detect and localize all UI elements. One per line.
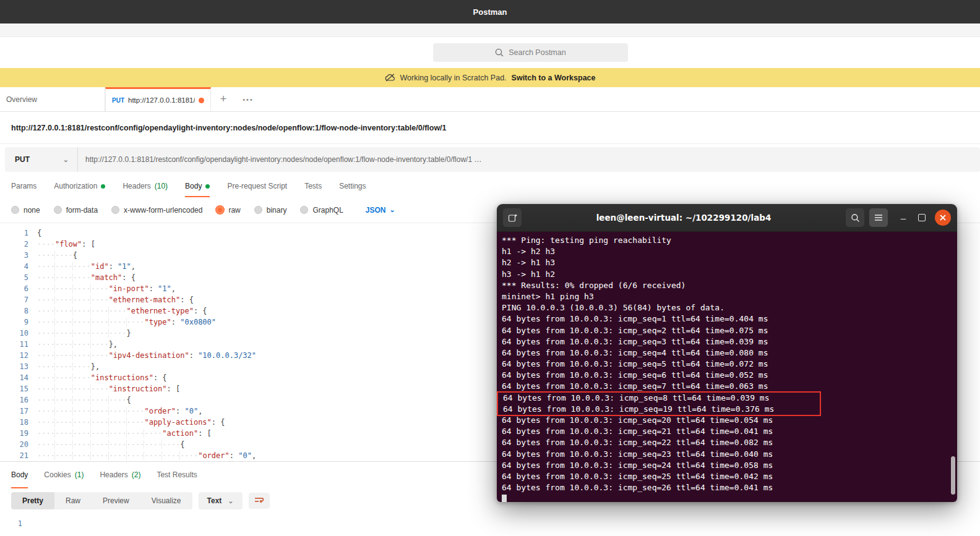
terminal-scrollbar[interactable] [951, 456, 955, 495]
tab-label: Cookies [44, 470, 71, 479]
code-token: "type" [144, 318, 171, 326]
code-token: "0" [184, 407, 198, 415]
line-number: 3 [0, 250, 37, 261]
code-token: , [198, 407, 202, 415]
code-token: "apply-actions" [144, 418, 211, 427]
terminal-search-button[interactable] [846, 208, 864, 227]
tab-request-active[interactable]: PUT http://127.0.0.1:8181/re: [105, 87, 211, 111]
request-tab-tests[interactable]: Tests [304, 176, 322, 197]
indent-guide: ···· [90, 396, 109, 404]
new-tab-button[interactable] [503, 208, 522, 227]
tab-label: Headers [100, 470, 127, 479]
terminal-line: 64 bytes from 10.0.0.3: icmp_seq=1 ttl=6… [502, 313, 952, 325]
request-tab-params[interactable]: Params [11, 176, 37, 197]
line-number: 16 [0, 394, 37, 406]
indent-guide: ···· [54, 451, 73, 460]
new-tab-icon [508, 213, 517, 223]
view-visualize[interactable]: Visualize [140, 492, 192, 509]
minimize-button[interactable]: – [894, 208, 913, 227]
code-text: ············"id": "1", [37, 262, 135, 271]
terminal-titlebar[interactable]: leen@leen-virtual: ~/102299120/lab4 – [497, 204, 957, 232]
indent-guide: ···· [72, 396, 91, 404]
request-tab-authorization[interactable]: Authorization [54, 176, 105, 197]
banner-text: Working locally in Scratch Pad. [400, 74, 507, 82]
line-number: 12 [0, 350, 37, 361]
search-input[interactable]: Search Postman [433, 43, 628, 62]
indent-guide: ···· [90, 329, 109, 338]
code-token: : [ [198, 429, 212, 438]
tab-count-badge: (2) [132, 470, 141, 479]
terminal-body[interactable]: *** Ping: testing ping reachabilityh1 ->… [497, 232, 957, 502]
code-text: ····················"ethernet-type": { [37, 307, 207, 315]
url-input[interactable]: http://127.0.0.1:8181/restconf/config/op… [78, 155, 481, 164]
request-tab-pre-request-script[interactable]: Pre-request Script [227, 176, 287, 197]
indent-guide: ···· [72, 373, 91, 382]
code-token: "match" [91, 273, 123, 282]
view-raw[interactable]: Raw [54, 492, 92, 509]
indent-guide: ···· [72, 307, 91, 315]
more-tabs-button[interactable]: ••• [236, 87, 260, 111]
terminal-line: h1 -> h2 h3 [502, 246, 952, 257]
indent-guide: ···· [108, 418, 127, 427]
line-number: 15 [0, 383, 37, 394]
line-number: 1 [0, 228, 37, 239]
terminal-menu-button[interactable] [869, 208, 888, 227]
indent-guide: ···· [90, 318, 109, 326]
indent-guide: ···· [37, 307, 55, 315]
body-type-form-data[interactable]: form-data [54, 206, 98, 215]
response-tab-cookies[interactable]: Cookies(1) [44, 462, 84, 488]
terminal-line: *** Ping: testing ping reachability [502, 235, 952, 246]
indent-guide: ···· [90, 407, 109, 415]
line-number: 10 [0, 328, 37, 339]
terminal-line: h3 -> h1 h2 [502, 269, 952, 280]
code-token: "id" [91, 262, 109, 271]
body-type-binary[interactable]: binary [254, 206, 287, 215]
request-tab-settings[interactable]: Settings [339, 176, 366, 197]
indent-guide: ···· [37, 284, 55, 293]
indent-guide: ···· [54, 429, 73, 438]
response-tab-test-results[interactable]: Test Results [157, 462, 197, 488]
indent-guide: ···· [37, 429, 55, 438]
tab-overview[interactable]: Overview [0, 87, 105, 111]
body-type-none[interactable]: none [11, 206, 40, 215]
body-type-x-www-form-urlencoded[interactable]: x-www-form-urlencoded [111, 206, 202, 215]
indent-guide: ···· [90, 451, 109, 460]
code-text: ····················} [37, 329, 131, 338]
body-type-label: GraphQL [312, 206, 343, 215]
body-type-raw[interactable]: raw [216, 206, 240, 215]
line-number: 6 [0, 283, 37, 294]
indent-guide: ···· [126, 418, 145, 427]
request-tab-body[interactable]: Body [185, 176, 210, 197]
indent-guide: ···· [90, 418, 109, 427]
body-type-graphql[interactable]: GraphQL [300, 206, 343, 215]
method-select[interactable]: PUT ⌄ [5, 147, 78, 172]
banner-switch-workspace-link[interactable]: Switch to a Workspace [512, 74, 596, 82]
request-tab-headers[interactable]: Headers(10) [123, 176, 168, 197]
postman-window: Postman Search Postman Working locally i… [0, 0, 980, 536]
code-token: : [ [167, 385, 181, 393]
language-select[interactable]: JSON ⌄ [366, 206, 395, 215]
tab-count-badge: (10) [155, 182, 168, 190]
code-text: ················"instruction": [ [37, 385, 180, 393]
response-tab-headers[interactable]: Headers(2) [100, 462, 140, 488]
format-select[interactable]: Text ⌄ [199, 492, 243, 509]
maximize-button[interactable] [913, 208, 931, 227]
indent-guide: ···· [37, 318, 55, 326]
wrap-lines-icon [254, 496, 264, 505]
indent-guide: ···· [54, 373, 73, 382]
line-number: 2 [0, 239, 37, 250]
code-text: ············"instructions": { [37, 373, 167, 382]
terminal-line: mininet> h1 ping h3 [502, 291, 952, 302]
indent-guide: ···· [90, 340, 109, 349]
terminal-line: 64 bytes from 10.0.0.3: icmp_seq=26 ttl=… [502, 482, 952, 493]
view-preview[interactable]: Preview [92, 492, 140, 509]
response-tab-body[interactable]: Body [11, 462, 28, 488]
close-button[interactable] [935, 210, 951, 226]
code-token: "flow" [55, 240, 82, 249]
view-pretty[interactable]: Pretty [11, 492, 54, 509]
add-tab-button[interactable]: + [211, 87, 236, 111]
tab-overview-label: Overview [6, 95, 37, 104]
indent-guide: ···· [54, 362, 73, 371]
wrap-lines-button[interactable] [249, 493, 270, 509]
terminal-line: 64 bytes from 10.0.0.3: icmp_seq=7 ttl=6… [502, 381, 952, 392]
